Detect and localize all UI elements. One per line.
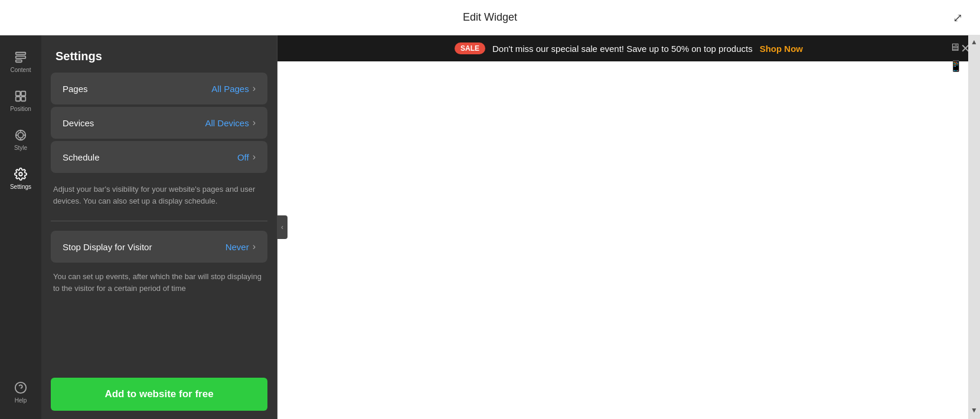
stop-display-value: Never › <box>226 241 256 252</box>
pages-row[interactable]: Pages All Pages › <box>51 73 267 104</box>
preview-container: SALE Don't miss our special sale event! … <box>277 35 980 419</box>
expand-icon: ⤢ <box>953 11 963 25</box>
preview-white-area <box>277 61 980 419</box>
sale-badge: SALE <box>455 42 485 54</box>
help-label: Help <box>15 397 27 404</box>
announcement-bar: SALE Don't miss our special sale event! … <box>277 35 980 61</box>
devices-value: All Devices › <box>205 117 256 128</box>
schedule-label: Schedule <box>63 152 100 162</box>
svg-point-9 <box>19 172 22 176</box>
device-icons: 🖥 📱 <box>949 41 962 73</box>
devices-value-text: All Devices <box>205 118 249 128</box>
schedule-value-text: Off <box>237 152 249 162</box>
collapse-panel-button[interactable]: ‹ <box>277 215 288 239</box>
settings-label: Settings <box>10 184 31 190</box>
svg-rect-6 <box>21 97 25 101</box>
sidebar-item-help[interactable]: Help <box>0 373 41 412</box>
main-area: Content Position Style <box>0 35 980 419</box>
stop-display-row[interactable]: Stop Display for Visitor Never › <box>51 231 267 263</box>
preview-area: ‹ SALE Don't miss our special sale event… <box>277 35 980 419</box>
visibility-description: Adjust your bar's visibility for your we… <box>51 175 267 218</box>
sidebar-item-settings[interactable]: Settings <box>0 159 41 198</box>
svg-rect-4 <box>21 91 25 96</box>
pages-value-text: All Pages <box>211 84 249 94</box>
style-label: Style <box>14 145 27 151</box>
svg-rect-0 <box>16 53 26 55</box>
svg-point-7 <box>18 132 23 138</box>
svg-rect-1 <box>16 56 26 58</box>
scroll-down-icon[interactable]: ▼ <box>968 404 980 417</box>
svg-rect-5 <box>16 97 20 101</box>
stop-display-description: You can set up events, after which the b… <box>51 263 267 294</box>
sidebar-item-style[interactable]: Style <box>0 120 41 159</box>
section-divider <box>51 221 267 221</box>
desktop-icon[interactable]: 🖥 <box>949 41 962 54</box>
content-icon <box>14 51 27 64</box>
help-icon <box>14 381 27 394</box>
pages-chevron: › <box>253 83 256 94</box>
svg-rect-2 <box>16 60 22 63</box>
stop-display-chevron: › <box>253 241 256 252</box>
sidebar-item-content[interactable]: Content <box>0 42 41 81</box>
position-label: Position <box>10 106 31 112</box>
style-icon <box>14 129 27 142</box>
schedule-chevron: › <box>253 152 256 162</box>
stop-display-value-text: Never <box>226 242 249 252</box>
mobile-icon[interactable]: 📱 <box>949 60 962 73</box>
devices-label: Devices <box>63 118 94 128</box>
devices-row[interactable]: Devices All Devices › <box>51 107 267 139</box>
schedule-value: Off › <box>237 152 256 162</box>
page-title: Edit Widget <box>463 11 517 24</box>
settings-panel: Settings Pages All Pages › Devices All D… <box>41 35 277 419</box>
preview-scrollbar[interactable]: ▲ ▼ <box>968 35 980 419</box>
icon-nav: Content Position Style <box>0 35 41 419</box>
sidebar-item-position[interactable]: Position <box>0 81 41 120</box>
schedule-row[interactable]: Schedule Off › <box>51 141 267 173</box>
svg-rect-3 <box>16 91 20 96</box>
stop-display-label: Stop Display for Visitor <box>63 242 152 252</box>
pages-value: All Pages › <box>211 83 256 94</box>
devices-chevron: › <box>253 117 256 128</box>
pages-label: Pages <box>63 84 88 94</box>
expand-button[interactable]: ⤢ <box>949 9 966 26</box>
settings-heading: Settings <box>41 35 277 73</box>
top-bar: Edit Widget ⤢ <box>0 0 980 35</box>
add-to-website-button[interactable]: Add to website for free <box>51 378 267 411</box>
bar-message: Don't miss our special sale event! Save … <box>492 44 753 54</box>
settings-icon <box>14 168 27 181</box>
content-label: Content <box>10 67 31 73</box>
settings-content: Pages All Pages › Devices All Devices › … <box>41 73 277 369</box>
position-icon <box>14 90 27 103</box>
icon-nav-bottom: Help <box>0 373 41 419</box>
scroll-up-icon[interactable]: ▲ <box>968 35 980 48</box>
settings-footer: Add to website for free <box>41 369 277 419</box>
bar-cta-link[interactable]: Shop Now <box>760 44 803 54</box>
